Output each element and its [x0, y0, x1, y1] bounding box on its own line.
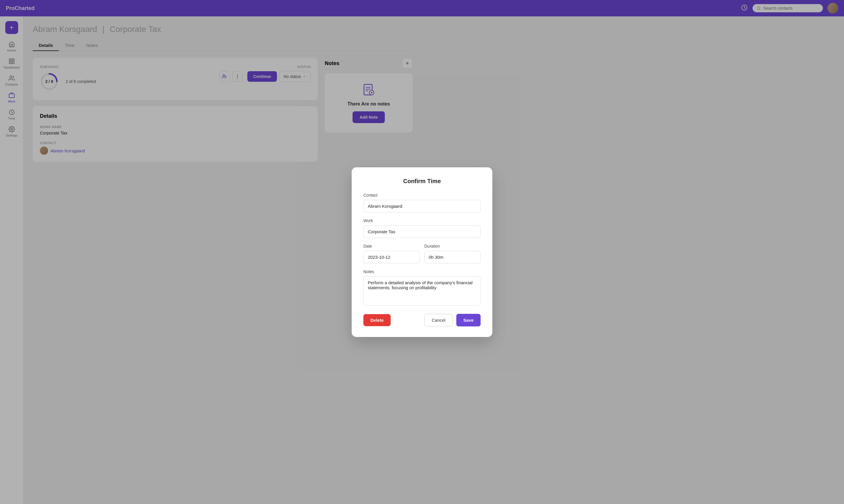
- date-duration-row: Date Duration: [363, 244, 422, 252]
- contact-form-label: Contact: [363, 193, 422, 198]
- contact-form-group: Contact: [363, 193, 422, 213]
- modal-title: Confirm Time: [363, 178, 422, 185]
- work-form-label: Work: [363, 218, 422, 223]
- contact-input[interactable]: [363, 200, 422, 213]
- work-form-group: Work: [363, 218, 422, 238]
- modal-overlay[interactable]: Confirm Time Contact Work Date Duration …: [0, 0, 422, 252]
- work-input[interactable]: [363, 225, 422, 238]
- date-form-label: Date: [363, 244, 420, 249]
- date-input[interactable]: [363, 251, 420, 252]
- date-form-group: Date: [363, 244, 420, 252]
- confirm-time-modal: Confirm Time Contact Work Date Duration …: [352, 167, 422, 252]
